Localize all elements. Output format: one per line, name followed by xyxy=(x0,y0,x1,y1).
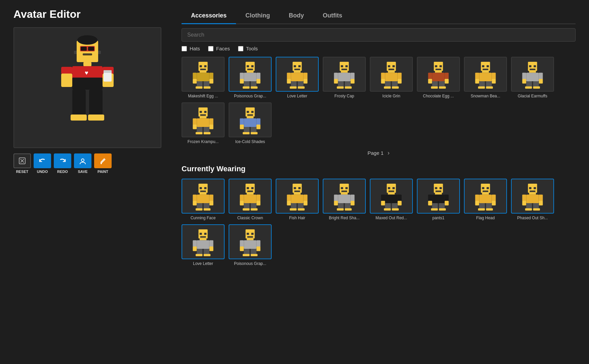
svg-rect-293 xyxy=(209,246,213,251)
svg-rect-263 xyxy=(492,194,496,201)
wearing-item-label: Classic Crown xyxy=(237,216,263,220)
wearing-item[interactable]: Fish Hair xyxy=(276,179,319,220)
wearing-item-preview xyxy=(229,179,272,214)
accessory-item[interactable]: Poisonous Grap... xyxy=(229,57,272,98)
svg-rect-156 xyxy=(196,132,202,134)
next-page-button[interactable]: › xyxy=(388,149,390,156)
svg-rect-23 xyxy=(72,90,86,117)
svg-rect-249 xyxy=(445,194,449,201)
undo-button[interactable]: UNDO xyxy=(34,153,51,174)
svg-rect-83 xyxy=(351,79,355,84)
redo-button[interactable]: REDO xyxy=(54,153,71,174)
svg-rect-166 xyxy=(240,125,244,129)
filter-faces[interactable]: Faces xyxy=(208,46,230,51)
svg-rect-273 xyxy=(530,190,536,192)
svg-rect-92 xyxy=(388,71,395,73)
accessory-item[interactable]: Frozen Krampu... xyxy=(182,102,225,144)
svg-rect-278 xyxy=(522,201,526,206)
wearing-item[interactable]: Classic Crown xyxy=(229,179,272,220)
svg-rect-117 xyxy=(482,65,484,67)
item-label: Chocolate Egg ... xyxy=(423,94,454,98)
wearing-item[interactable]: Poisonous Grap... xyxy=(229,224,272,266)
currently-wearing-grid: Cunning Face Classic Crown xyxy=(182,179,576,266)
svg-rect-36 xyxy=(200,71,206,73)
svg-rect-35 xyxy=(200,69,206,70)
wearing-item[interactable]: Cunning Face xyxy=(182,179,225,220)
accessory-item[interactable]: Frosty Cap xyxy=(323,57,366,98)
svg-rect-206 xyxy=(287,194,291,201)
svg-rect-72 xyxy=(290,86,297,89)
item-preview xyxy=(182,102,225,137)
item-label: Poisonous Grap... xyxy=(234,94,266,98)
svg-rect-216 xyxy=(345,187,348,189)
accessory-item[interactable]: Icicle Grin xyxy=(370,57,413,98)
svg-rect-285 xyxy=(200,233,202,235)
search-input[interactable] xyxy=(182,28,576,42)
svg-rect-128 xyxy=(478,86,485,89)
svg-rect-53 xyxy=(257,73,261,79)
wearing-item[interactable]: Phased Out Sh... xyxy=(511,179,554,220)
wearing-item-label: Flag Head xyxy=(476,216,495,220)
svg-rect-300 xyxy=(251,233,253,235)
svg-rect-149 xyxy=(197,118,209,127)
svg-rect-109 xyxy=(445,73,449,79)
svg-rect-258 xyxy=(486,187,489,189)
svg-rect-177 xyxy=(197,194,209,203)
item-preview xyxy=(464,57,507,92)
wearing-item-label: Bright Red Sha... xyxy=(329,216,359,220)
svg-rect-4 xyxy=(83,53,92,55)
svg-rect-81 xyxy=(351,73,355,79)
svg-rect-115 xyxy=(439,86,446,89)
right-panel: Accessories Clothing Body Outfits Hats F… xyxy=(182,8,576,271)
svg-rect-146 xyxy=(204,111,206,113)
hats-checkbox[interactable] xyxy=(182,46,187,51)
svg-rect-143 xyxy=(533,86,540,89)
svg-rect-176 xyxy=(200,193,206,194)
item-preview xyxy=(229,102,272,137)
svg-rect-54 xyxy=(240,79,244,84)
tab-accessories[interactable]: Accessories xyxy=(182,8,236,24)
svg-rect-121 xyxy=(479,73,492,81)
svg-rect-142 xyxy=(525,86,532,89)
svg-rect-131 xyxy=(529,65,532,67)
svg-rect-230 xyxy=(392,187,395,189)
svg-rect-231 xyxy=(389,190,394,192)
filter-tools[interactable]: Tools xyxy=(238,46,258,51)
tab-outfits[interactable]: Outfits xyxy=(313,8,352,24)
svg-rect-69 xyxy=(304,79,308,84)
wearing-item-preview xyxy=(229,224,272,259)
tab-body[interactable]: Body xyxy=(279,8,313,24)
accessory-item[interactable]: Makeshift Egg ... xyxy=(182,57,225,98)
wearing-item[interactable]: Bright Red Sha... xyxy=(323,179,366,220)
accessory-item[interactable]: Love Letter xyxy=(276,57,319,98)
wearing-item-preview xyxy=(417,179,460,214)
svg-rect-138 xyxy=(522,79,526,84)
svg-rect-137 xyxy=(539,73,543,79)
tools-checkbox[interactable] xyxy=(238,46,243,51)
tab-clothing[interactable]: Clothing xyxy=(236,8,279,24)
accessory-item[interactable]: Chocolate Egg ... xyxy=(417,57,460,98)
item-label: Glacial Earmuffs xyxy=(518,94,547,98)
accessory-item[interactable]: Glacial Earmuffs xyxy=(511,57,554,98)
save-icon xyxy=(74,153,91,168)
svg-rect-276 xyxy=(522,194,526,201)
faces-checkbox[interactable] xyxy=(208,46,213,51)
wearing-item[interactable]: Flag Head xyxy=(464,179,507,220)
filter-hats[interactable]: Hats xyxy=(182,46,200,51)
accessory-item[interactable]: Ice-Cold Shades xyxy=(229,102,272,144)
svg-rect-245 xyxy=(436,190,441,192)
wearing-item[interactable]: Love Letter xyxy=(182,224,225,266)
accessory-item[interactable]: Snowman Bea... xyxy=(464,57,507,98)
reset-button[interactable]: RESET xyxy=(13,153,31,174)
svg-rect-227 xyxy=(345,208,352,211)
svg-rect-180 xyxy=(193,201,197,206)
paint-button[interactable]: PAINT xyxy=(94,153,112,174)
wearing-item[interactable]: Maxed Out Red... xyxy=(370,179,413,220)
svg-rect-77 xyxy=(342,69,347,70)
svg-rect-119 xyxy=(483,69,488,70)
wearing-item[interactable]: pants1 xyxy=(417,179,460,220)
pagination: Page 1 › xyxy=(182,149,576,156)
svg-rect-89 xyxy=(388,65,390,67)
item-preview xyxy=(182,57,225,92)
save-button[interactable]: SAVE xyxy=(74,153,91,174)
